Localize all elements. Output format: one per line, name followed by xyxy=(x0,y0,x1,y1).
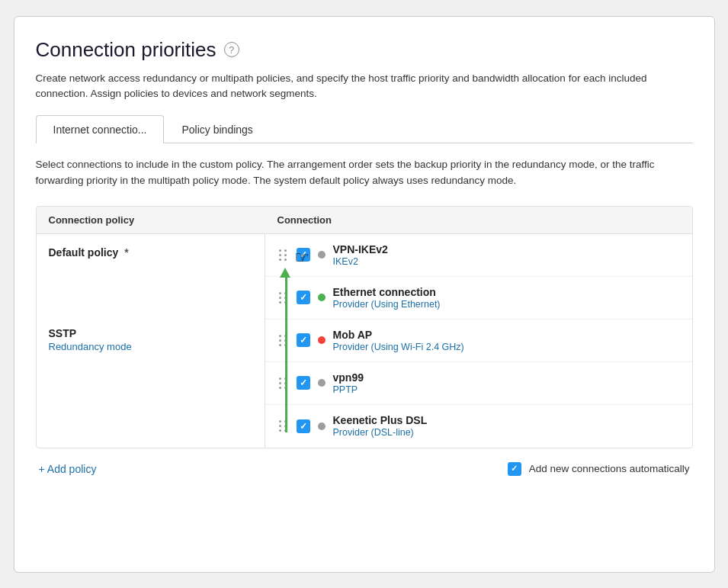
policy-cell: Default policy * SSTP Redundancy mode xyxy=(37,234,265,448)
conn-info-3: Mob AP Provider (Using Wi-Fi 2.4 GHz) xyxy=(333,329,464,352)
add-policy-button[interactable]: + Add policy xyxy=(39,463,97,475)
conn-checkbox-1[interactable] xyxy=(297,248,310,262)
connection-row-3: Mob AP Provider (Using Wi-Fi 2.4 GHz) xyxy=(265,320,692,362)
sstp-mode: Redundancy mode xyxy=(49,341,252,352)
conn-info-1: VPN-IKEv2 IKEv2 xyxy=(333,243,388,267)
conn-name-1: VPN-IKEv2 xyxy=(333,243,388,255)
page-description: Create network access redundancy or mult… xyxy=(36,71,691,102)
status-dot-4 xyxy=(318,379,326,387)
conn-info-5: Keenetic Plus DSL Provider (DSL-line) xyxy=(333,414,428,438)
drag-handle-2[interactable] xyxy=(277,291,289,305)
drag-handle-5[interactable] xyxy=(277,419,289,433)
conn-info-4: vpn99 PPTP xyxy=(333,371,364,395)
conn-name-3: Mob AP xyxy=(333,329,464,341)
connection-row-2: Ethernet connection Provider (Using Ethe… xyxy=(265,277,692,320)
status-dot-2 xyxy=(318,294,326,301)
auto-add-row: Add new connections automatically xyxy=(508,462,690,476)
connection-row-4: vpn99 PPTP xyxy=(265,362,692,405)
conn-info-2: Ethernet connection Provider (Using Ethe… xyxy=(333,286,441,310)
connection-row: VPN-IKEv2 IKEv2 xyxy=(265,234,692,277)
auto-add-label: Add new connections automatically xyxy=(529,463,690,474)
auto-add-checkbox[interactable] xyxy=(508,462,521,476)
status-dot-1 xyxy=(318,251,326,259)
conn-sub-1: IKEv2 xyxy=(333,256,388,267)
conn-checkbox-3[interactable] xyxy=(297,333,310,347)
conn-sub-2: Provider (Using Ethernet) xyxy=(333,299,441,310)
conn-name-5: Keenetic Plus DSL xyxy=(333,414,428,426)
status-dot-5 xyxy=(318,423,326,430)
drag-dots-3 xyxy=(279,335,287,346)
page-title: Connection priorities xyxy=(36,38,216,62)
title-row: Connection priorities ? xyxy=(36,38,693,62)
sub-description: Select connections to include in the cus… xyxy=(36,157,691,189)
table-body: Default policy * SSTP Redundancy mode ☞ xyxy=(37,234,692,448)
policy-star: * xyxy=(124,246,128,259)
conn-sub-5: Provider (DSL-line) xyxy=(333,427,428,438)
policy-name-label: Default policy xyxy=(49,246,119,259)
help-icon[interactable]: ? xyxy=(224,42,239,57)
drag-handle-1[interactable] xyxy=(277,248,289,262)
drag-dots-1 xyxy=(279,249,287,261)
connections-column: ☞ VPN-IKEv2 IKEv2 xyxy=(265,234,692,448)
tab-internet[interactable]: Internet connectio... xyxy=(36,115,165,143)
conn-checkbox-2[interactable] xyxy=(297,291,310,304)
conn-name-2: Ethernet connection xyxy=(333,286,441,298)
tab-policy-bindings[interactable]: Policy bindings xyxy=(164,115,270,143)
policy-column: Default policy * SSTP Redundancy mode xyxy=(37,234,265,448)
drag-dots-4 xyxy=(279,378,287,389)
sstp-section: SSTP Redundancy mode xyxy=(49,321,252,352)
main-table: Connection policy Connection Default pol… xyxy=(36,206,693,448)
drag-handle-3[interactable] xyxy=(277,333,289,348)
policy-name-row: Default policy * xyxy=(49,246,252,259)
conn-checkbox-4[interactable] xyxy=(297,376,310,390)
drag-dots-5 xyxy=(279,420,287,432)
conn-checkbox-5[interactable] xyxy=(297,419,310,433)
drag-handle-4[interactable] xyxy=(277,376,289,390)
drag-dots-2 xyxy=(279,292,287,304)
main-card: Connection priorities ? Create network a… xyxy=(14,16,715,573)
table-header: Connection policy Connection xyxy=(37,207,692,234)
footer-row: + Add policy Add new connections automat… xyxy=(36,462,693,476)
col-header-connection: Connection xyxy=(265,214,692,226)
col-header-policy: Connection policy xyxy=(37,214,265,226)
conn-sub-3: Provider (Using Wi-Fi 2.4 GHz) xyxy=(333,342,464,352)
tab-bar: Internet connectio... Policy bindings xyxy=(36,115,693,143)
status-dot-3 xyxy=(318,336,326,344)
conn-sub-4: PPTP xyxy=(333,384,364,395)
sstp-name: SSTP xyxy=(49,327,252,339)
conn-name-4: vpn99 xyxy=(333,371,364,384)
connection-row-5: Keenetic Plus DSL Provider (DSL-line) xyxy=(265,405,692,448)
